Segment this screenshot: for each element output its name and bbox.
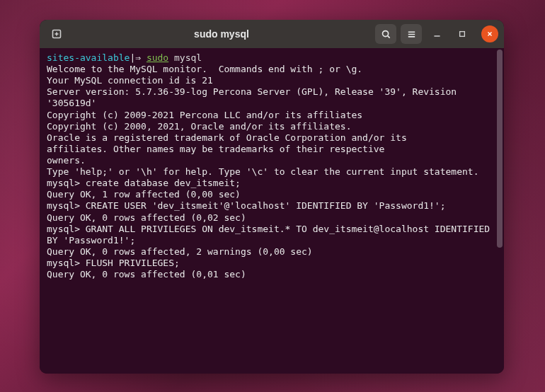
minimize-button[interactable]	[426, 24, 447, 44]
terminal-line: affiliates. Other names may be trademark…	[47, 144, 497, 155]
terminal-line: Type 'help;' or '\h' for help. Type '\c'…	[47, 166, 497, 178]
hamburger-icon	[406, 29, 417, 40]
terminal-line: Server version: 5.7.36-39-log Percona Se…	[47, 86, 497, 109]
new-tab-icon	[51, 28, 62, 40]
scrollbar[interactable]	[497, 50, 503, 248]
titlebar-left-group	[45, 24, 68, 44]
terminal-body[interactable]: sites-available|⇒ sudo mysqlWelcome to t…	[40, 48, 504, 374]
svg-point-3	[382, 30, 388, 36]
prompt-arrow: ⇒	[135, 52, 141, 63]
terminal-line: Copyright (c) 2000, 2021, Oracle and/or …	[47, 121, 497, 132]
terminal-line: mysql> FLUSH PRIVILEGES;	[47, 258, 497, 269]
terminal-line: Your MySQL connection id is 21	[47, 75, 497, 86]
search-button[interactable]	[375, 24, 396, 44]
terminal-line: mysql> CREATE USER 'dev_itsmeit'@'localh…	[47, 200, 497, 212]
svg-rect-9	[460, 32, 465, 37]
close-button[interactable]	[481, 25, 498, 42]
minimize-icon	[432, 30, 442, 39]
terminal-line: Oracle is a registered trademark of Orac…	[47, 132, 497, 144]
titlebar: sudo mysql	[40, 20, 504, 48]
hamburger-menu-button[interactable]	[401, 24, 422, 44]
terminal-line: mysql> GRANT ALL PRIVILEGES ON dev_itsme…	[47, 224, 497, 246]
prompt-line: sites-available|⇒ sudo mysql	[47, 52, 497, 64]
terminal-line: Copyright (c) 2009-2021 Percona LLC and/…	[47, 110, 497, 121]
terminal-line: Query OK, 0 rows affected (0,02 sec)	[47, 212, 497, 224]
maximize-button[interactable]	[452, 24, 473, 44]
terminal-window: sudo mysql	[40, 20, 504, 374]
terminal-line: Query OK, 0 rows affected (0,01 sec)	[47, 269, 497, 280]
close-icon	[486, 30, 493, 38]
search-icon	[381, 29, 391, 40]
maximize-icon	[458, 30, 466, 38]
terminal-line: Query OK, 1 row affected (0,00 sec)	[47, 189, 497, 200]
new-tab-button[interactable]	[45, 24, 68, 44]
terminal-line: mysql> create database dev_itsmeit;	[47, 178, 497, 189]
svg-line-4	[387, 35, 389, 38]
titlebar-right-group	[375, 24, 498, 44]
prompt-command: mysql	[174, 52, 202, 63]
terminal-line: Query OK, 0 rows affected, 2 warnings (0…	[47, 246, 497, 258]
terminal-line: Welcome to the MySQL monitor. Commands e…	[47, 64, 497, 75]
prompt-sudo: sudo	[147, 52, 168, 63]
window-title: sudo mysql	[72, 28, 371, 40]
terminal-line: owners.	[47, 155, 497, 166]
prompt-path: sites-available	[47, 52, 130, 63]
